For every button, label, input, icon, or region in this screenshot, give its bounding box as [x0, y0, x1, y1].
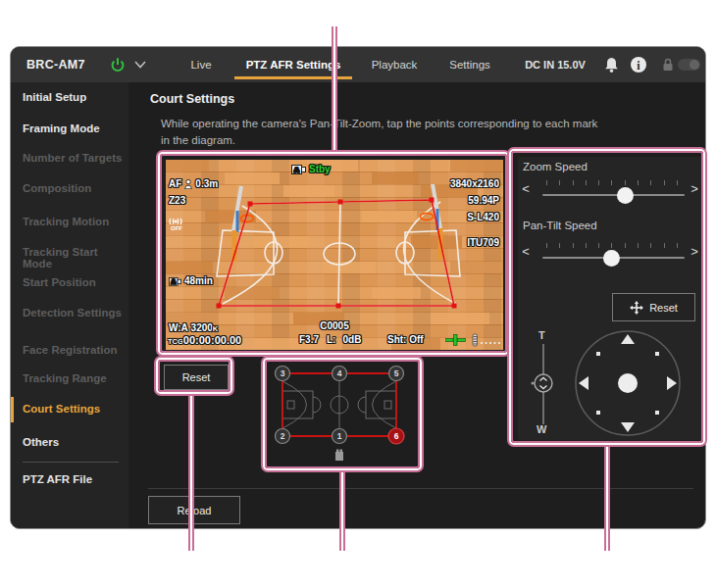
power-icon[interactable]	[110, 57, 126, 73]
pan-tilt-pad[interactable]	[566, 321, 690, 445]
tab-settings[interactable]: Settings	[440, 47, 499, 82]
tilt-down-button[interactable]	[621, 422, 635, 432]
active-item-accent-bar	[11, 397, 14, 422]
device-name: BRC-AM7	[26, 47, 85, 82]
zoom-speed-slider-knob[interactable]	[617, 187, 634, 204]
sidebar-item-start-position: Start Position	[23, 276, 127, 288]
sidebar-item-tracking-motion: Tracking Motion	[23, 216, 127, 227]
diagram-point-3[interactable]: 3	[276, 367, 290, 381]
svg-text:1: 1	[337, 431, 342, 441]
sidebar-item-initial-setup[interactable]: Initial Setup	[23, 91, 127, 103]
diag-up-right-marker[interactable]	[655, 352, 659, 356]
sidebar-item-face-registration: Face Registration	[23, 344, 127, 356]
chevron-down-icon[interactable]	[134, 61, 146, 69]
shutter-status: Sht: Off	[387, 334, 424, 345]
pan-tilt-speed-ticks	[546, 243, 678, 248]
svg-text:5: 5	[394, 368, 399, 378]
move-icon	[630, 301, 643, 315]
meters-overlay	[445, 333, 500, 347]
wide-label: W	[537, 423, 546, 435]
af-distance: 0.3m	[195, 178, 218, 189]
pan-tilt-speed-slider-knob[interactable]	[603, 250, 620, 267]
bottom-divider	[148, 488, 693, 489]
exposure-overlay: F3.7 L: 0dB	[299, 334, 361, 345]
zoom-speed-decrease-button[interactable]	[519, 181, 533, 197]
pan-right-button[interactable]	[667, 376, 677, 390]
person-icon	[184, 179, 192, 189]
svg-text:A: A	[294, 166, 300, 174]
media-camera-icon: A	[169, 275, 181, 286]
active-tab-underline	[234, 76, 352, 79]
timecode: 00:00:00.00	[183, 334, 241, 346]
diagram-point-2[interactable]: 2	[276, 429, 290, 444]
toggle-knob	[690, 60, 699, 70]
zoom-speed-slider-track[interactable]	[542, 194, 685, 196]
svg-text:2: 2	[281, 431, 285, 441]
gain-value: 0dB	[342, 334, 361, 345]
resolution: 3840x2160	[450, 178, 499, 189]
info-icon[interactable]	[631, 57, 646, 73]
diagram-point-6-active[interactable]: 6	[388, 428, 404, 444]
status-overlay: A Stby	[291, 163, 331, 174]
bell-icon[interactable]	[604, 57, 619, 74]
steadyshot-off-icon: OFF	[169, 217, 188, 231]
lock-icon	[662, 58, 674, 72]
pan-left-button[interactable]	[579, 376, 588, 390]
sidebar-item-composition: Composition	[23, 182, 127, 194]
svg-text:A: A	[171, 278, 176, 285]
pan-tilt-speed-label: Pan-Tilt Speed	[523, 220, 597, 231]
page-description: While operating the camera's Pan-Tilt-Zo…	[161, 116, 597, 149]
zoom-speed-ticks	[546, 180, 678, 185]
diagram-point-4[interactable]: 4	[332, 367, 347, 381]
iris-value: F3.7	[299, 334, 319, 345]
clip-name: C0005	[166, 320, 503, 331]
audio-level-icon	[473, 334, 500, 346]
pan-tilt-reset-button[interactable]: Reset	[612, 293, 695, 321]
color-space: ITU709	[467, 237, 499, 248]
af-overlay: AF 0.3m	[169, 178, 218, 189]
zoom-rocker[interactable]	[524, 323, 563, 439]
svg-text:3: 3	[281, 368, 285, 378]
sidebar-item-framing-mode[interactable]: Framing Mode	[23, 122, 127, 134]
power-source-status: DC IN 15.0V	[521, 47, 589, 82]
camera-status: Stby	[309, 164, 331, 174]
tilt-up-button[interactable]	[621, 334, 635, 344]
pan-tilt-speed-increase-button[interactable]	[688, 244, 701, 260]
pan-tilt-speed-decrease-button[interactable]	[519, 244, 533, 260]
zoom-speed-increase-button[interactable]	[688, 181, 701, 197]
court-reset-button[interactable]: Reset	[164, 365, 229, 390]
camera-status-icon: A	[291, 163, 306, 174]
pan-tilt-center-button[interactable]	[618, 373, 638, 393]
diagram-point-5[interactable]: 5	[389, 367, 404, 381]
diag-down-right-marker[interactable]	[655, 411, 659, 415]
top-bar: BRC-AM7 Live PTZ AFR Settings Playback S…	[11, 47, 705, 82]
sidebar-item-tracking-range: Tracking Range	[23, 372, 127, 384]
sidebar-item-detection-settings: Detection Settings	[23, 307, 127, 318]
sidebar-item-others[interactable]: Others	[23, 436, 127, 448]
camera-court-view[interactable]: A Stby AF 0.3m Z23 OFF A	[166, 160, 503, 350]
sidebar-item-court-settings[interactable]: Court Settings	[23, 403, 127, 415]
svg-text:OFF: OFF	[171, 225, 182, 231]
diag-down-left-marker[interactable]	[596, 411, 600, 415]
gamma-mode: S-L420	[467, 212, 499, 222]
lock-toggle[interactable]	[678, 59, 700, 71]
svg-text:4: 4	[337, 368, 342, 378]
page-title: Court Settings	[150, 92, 234, 106]
media-time: 48min	[184, 275, 213, 286]
sidebar-divider	[23, 462, 119, 463]
camera-position-icon	[335, 450, 343, 462]
tab-live[interactable]: Live	[181, 47, 221, 82]
court-points-diagram[interactable]: 3 4 5 2 1 6	[270, 365, 417, 466]
svg-text:6: 6	[394, 431, 399, 441]
focus-meter-icon	[445, 335, 466, 346]
zoom-speed-label: Zoom Speed	[523, 161, 588, 172]
diagram-point-1[interactable]: 1	[332, 429, 347, 444]
sidebar-item-number-of-targets: Number of Targets	[23, 152, 127, 164]
sidebar-item-ptz-afr-file[interactable]: PTZ AFR File	[23, 473, 127, 485]
media-overlay: A 48min	[169, 275, 213, 286]
timecode-overlay: TCG00:00:00.00	[168, 334, 241, 346]
app-window: BRC-AM7 Live PTZ AFR Settings Playback S…	[10, 46, 706, 529]
reload-button[interactable]: Reload	[148, 496, 240, 524]
diag-up-left-marker[interactable]	[596, 352, 600, 356]
tab-playback[interactable]: Playback	[365, 47, 424, 82]
